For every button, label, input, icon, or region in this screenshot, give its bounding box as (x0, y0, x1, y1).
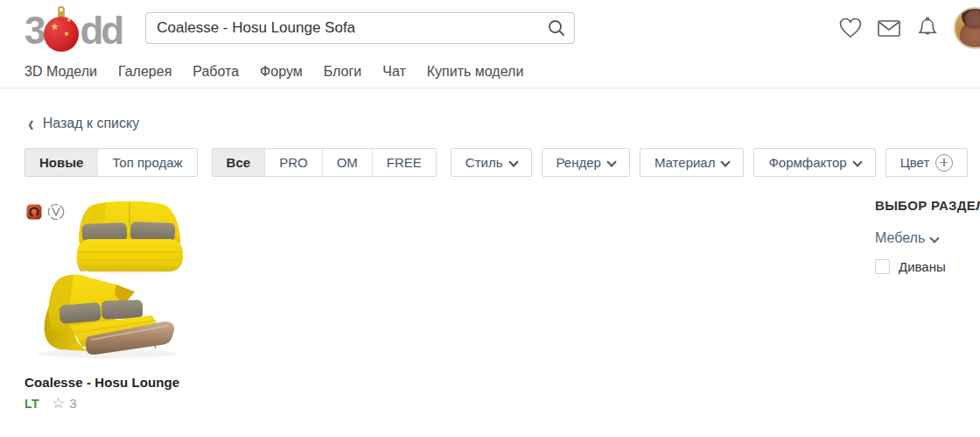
chevron-down-icon (607, 159, 615, 166)
christmas-ball-icon: ★ ★ ★ (44, 10, 79, 48)
tab-top-sales[interactable]: Топ продаж (97, 149, 196, 176)
header: 3 ★ ★ ★ dd (0, 0, 980, 88)
license-badge: LT (24, 397, 39, 411)
filter-bar: Новые Топ продаж Все PRO OM FREE Стиль Р… (24, 148, 980, 177)
search-icon (547, 18, 566, 38)
favorites-button[interactable] (831, 7, 870, 49)
plus-circle-icon (935, 154, 953, 172)
render-engine-icons (26, 203, 65, 221)
license-tab-group: Все PRO OM FREE (212, 148, 437, 177)
style-filter-dropdown[interactable]: Стиль (451, 148, 532, 177)
sofas-checkbox-label[interactable]: Диваны (899, 259, 946, 274)
tab-all[interactable]: Все (213, 149, 265, 176)
chevron-down-icon (509, 159, 517, 166)
header-top-row: 3 ★ ★ ★ dd (24, 0, 980, 56)
nav-item-3d-models[interactable]: 3D Модели (24, 64, 97, 80)
user-avatar[interactable] (954, 7, 980, 49)
category-label: Мебель (875, 230, 925, 246)
rating-count: 3 (69, 396, 76, 411)
search-input[interactable] (146, 19, 539, 37)
color-filter-button[interactable]: Цвет (886, 148, 969, 177)
product-card[interactable]: Coalesse - Hosu Lounge … LT ☆ 3 (24, 196, 184, 411)
nav-item-buy-models[interactable]: Купить модели (427, 64, 524, 80)
nav-item-gallery[interactable]: Галерея (118, 64, 172, 80)
notifications-button[interactable] (908, 7, 947, 49)
tab-pro[interactable]: PRO (264, 149, 322, 176)
tab-om[interactable]: OM (322, 149, 372, 176)
logo-text-suffix: dd (80, 13, 122, 48)
corona-renderer-icon (26, 204, 42, 220)
bell-icon (915, 16, 940, 40)
material-filter-label: Материал (654, 155, 716, 170)
chevron-left-icon: ‹ (28, 115, 34, 133)
nav-item-jobs[interactable]: Работа (192, 64, 239, 80)
sofas-checkbox[interactable] (875, 259, 890, 274)
messages-button[interactable] (870, 7, 908, 49)
material-filter-dropdown[interactable]: Материал (640, 148, 745, 177)
category-dropdown[interactable]: Мебель (875, 230, 980, 246)
render-filter-dropdown[interactable]: Рендер (542, 148, 630, 177)
chevron-down-icon (721, 159, 729, 166)
sidebar-heading: ВЫБОР РАЗДЕЛА (875, 198, 980, 213)
product-image[interactable] (24, 196, 184, 361)
formfactor-filter-label: Формфактор (768, 155, 846, 170)
color-filter-label: Цвет (900, 155, 930, 170)
nav-item-forum[interactable]: Форум (260, 64, 303, 80)
sort-tab-group: Новые Топ продаж (24, 148, 198, 177)
formfactor-filter-dropdown[interactable]: Формфактор (753, 148, 875, 177)
tab-new[interactable]: Новые (25, 149, 97, 176)
back-link[interactable]: ‹ Назад к списку (28, 116, 980, 131)
nav-item-chat[interactable]: Чат (382, 64, 406, 80)
envelope-icon (876, 18, 902, 39)
heart-icon (837, 16, 864, 40)
chevron-down-icon (930, 235, 938, 243)
search-box (145, 12, 575, 44)
nav-item-blogs[interactable]: Блоги (324, 64, 362, 80)
category-filter-item: Диваны (875, 259, 980, 274)
back-link-label: Назад к списку (43, 116, 140, 131)
sofa-render (24, 196, 184, 361)
style-filter-label: Стиль (466, 155, 503, 170)
product-meta: LT ☆ 3 (24, 396, 184, 411)
product-title[interactable]: Coalesse - Hosu Lounge … (24, 375, 184, 390)
tab-free[interactable]: FREE (372, 149, 436, 176)
vray-icon (47, 203, 65, 221)
search-button[interactable] (539, 13, 574, 43)
render-filter-label: Рендер (556, 155, 601, 170)
star-icon: ☆ (52, 396, 65, 411)
category-sidebar: ВЫБОР РАЗДЕЛА Мебель Диваны (875, 198, 980, 274)
rating: ☆ 3 (52, 396, 77, 411)
logo-text-prefix: 3 (24, 13, 43, 48)
header-actions (831, 7, 980, 49)
main-nav: 3D Модели Галерея Работа Форум Блоги Чат… (24, 56, 980, 88)
page: { "brand": { "logo_prefix": "3", "logo_s… (0, 0, 980, 437)
site-logo[interactable]: 3 ★ ★ ★ dd (24, 10, 122, 48)
chevron-down-icon (853, 159, 861, 166)
